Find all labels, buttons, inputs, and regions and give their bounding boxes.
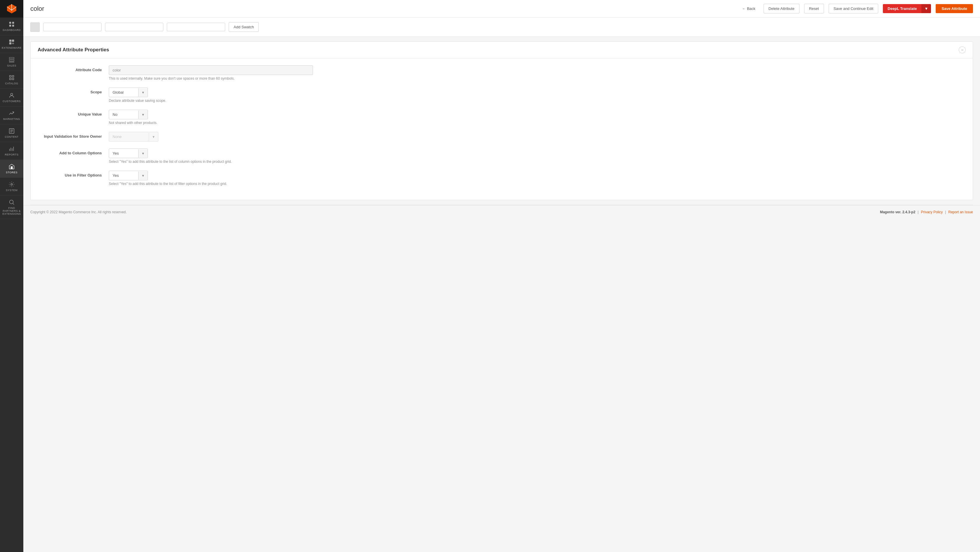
input-validation-control: None Decimal Number Integer Number Email… bbox=[109, 132, 313, 142]
sidebar-item-marketing[interactable]: MARKETING bbox=[0, 107, 23, 124]
attribute-code-control: This is used internally. Make sure you d… bbox=[109, 65, 313, 81]
input-validation-select[interactable]: None Decimal Number Integer Number Email… bbox=[109, 132, 149, 141]
swatch-color-box[interactable] bbox=[30, 22, 40, 32]
advanced-properties-title: Advanced Attribute Properties bbox=[38, 47, 109, 53]
sidebar: DASHBOARD EXTENDWARE SALES CATALOG CUSTO… bbox=[0, 0, 23, 552]
add-to-column-select[interactable]: Yes No bbox=[109, 149, 138, 158]
swatch-row: Add Swatch bbox=[23, 17, 980, 37]
sidebar-item-customers[interactable]: CUSTOMERS bbox=[0, 89, 23, 107]
add-to-column-select-wrap: Yes No ▼ bbox=[109, 148, 148, 158]
footer-separator-2: | bbox=[945, 210, 946, 214]
marketing-label: MARKETING bbox=[3, 118, 20, 121]
add-to-column-label: Add to Column Options bbox=[38, 148, 102, 155]
svg-rect-6 bbox=[10, 42, 11, 45]
sales-label: SALES bbox=[7, 64, 16, 67]
unique-value-row: Unique Value No Yes ▼ Not shared with ot… bbox=[38, 110, 966, 125]
unique-value-select-wrap: No Yes ▼ bbox=[109, 110, 148, 119]
sidebar-item-dashboard[interactable]: DASHBOARD bbox=[0, 17, 23, 35]
swatch-input-group-1 bbox=[30, 22, 40, 32]
save-continue-button[interactable]: Save and Continue Edit bbox=[829, 4, 878, 13]
stores-label: STORES bbox=[6, 171, 18, 174]
scope-hint: Declare attribute value saving scope. bbox=[109, 99, 313, 103]
report-issue-link[interactable]: Report an Issue bbox=[948, 210, 973, 214]
footer: Copyright © 2022 Magento Commerce Inc. A… bbox=[23, 205, 980, 219]
advanced-properties-header[interactable]: Advanced Attribute Properties − bbox=[30, 42, 973, 58]
use-in-filter-row: Use in Filter Options Yes No ▼ Select "Y… bbox=[38, 171, 966, 186]
footer-links: Magento ver. 2.4.3-p2 | Privacy Policy |… bbox=[880, 210, 973, 214]
add-swatch-button[interactable]: Add Swatch bbox=[229, 22, 259, 32]
extendware-label: EXTENDWARE bbox=[2, 46, 22, 49]
scope-select[interactable]: Global Website Store View bbox=[109, 88, 138, 97]
advanced-properties-form: Attribute Code This is used internally. … bbox=[30, 58, 973, 200]
reset-button[interactable]: Reset bbox=[804, 4, 824, 13]
content-area: Add Swatch Advanced Attribute Properties… bbox=[23, 17, 980, 552]
sidebar-item-stores[interactable]: STORES bbox=[0, 160, 23, 178]
content-label: CONTENT bbox=[5, 135, 19, 138]
attribute-code-row: Attribute Code This is used internally. … bbox=[38, 65, 966, 81]
sidebar-item-extendware[interactable]: EXTENDWARE bbox=[0, 35, 23, 53]
use-in-filter-select[interactable]: Yes No bbox=[109, 171, 138, 180]
svg-point-7 bbox=[11, 93, 13, 95]
magento-version-label: Magento ver. 2.4.3-p2 bbox=[880, 210, 915, 214]
scope-row: Scope Global Website Store View ▼ Declar… bbox=[38, 87, 966, 103]
swatch-text-input-1[interactable] bbox=[43, 23, 102, 31]
add-to-column-hint: Select "Yes" to add this attribute to th… bbox=[109, 160, 313, 164]
sidebar-item-find-partners[interactable]: FIND PARTNERS & EXTENSIONS bbox=[0, 196, 23, 219]
use-in-filter-label: Use in Filter Options bbox=[38, 171, 102, 177]
attribute-code-input[interactable] bbox=[109, 65, 313, 75]
svg-point-9 bbox=[11, 183, 13, 185]
footer-separator: | bbox=[918, 210, 918, 214]
svg-rect-4 bbox=[10, 40, 11, 42]
topbar: color ← Back Delete Attribute Reset Save… bbox=[23, 0, 980, 17]
unique-value-select-arrow-icon: ▼ bbox=[138, 111, 148, 119]
svg-rect-1 bbox=[12, 22, 14, 24]
add-to-column-row: Add to Column Options Yes No ▼ Select "Y… bbox=[38, 148, 966, 164]
sidebar-item-reports[interactable]: REPORTS bbox=[0, 142, 23, 160]
scope-label: Scope bbox=[38, 87, 102, 94]
sidebar-item-catalog[interactable]: CATALOG bbox=[0, 71, 23, 89]
catalog-label: CATALOG bbox=[5, 82, 18, 85]
customers-label: CUSTOMERS bbox=[3, 100, 21, 103]
sidebar-item-content[interactable]: CONTENT bbox=[0, 124, 23, 142]
input-validation-select-wrap: None Decimal Number Integer Number Email… bbox=[109, 132, 158, 142]
deepl-translate-group: DeepL Translate ▼ bbox=[883, 4, 931, 13]
swatch-text-input-2[interactable] bbox=[105, 23, 163, 31]
copyright-text: Copyright © 2022 Magento Commerce Inc. A… bbox=[30, 210, 127, 214]
sidebar-item-sales[interactable]: SALES bbox=[0, 53, 23, 71]
scope-select-arrow-icon: ▼ bbox=[138, 88, 148, 97]
svg-rect-0 bbox=[10, 22, 11, 24]
attribute-code-label: Attribute Code bbox=[38, 65, 102, 72]
save-attribute-button[interactable]: Save Attribute bbox=[935, 4, 973, 13]
input-validation-row: Input Validation for Store Owner None De… bbox=[38, 132, 966, 142]
dashboard-label: DASHBOARD bbox=[3, 29, 21, 32]
svg-point-10 bbox=[10, 200, 13, 204]
advanced-properties-section: Advanced Attribute Properties − Attribut… bbox=[30, 41, 973, 200]
use-in-filter-hint: Select "Yes" to add this attribute to th… bbox=[109, 182, 313, 186]
input-validation-label: Input Validation for Store Owner bbox=[38, 132, 102, 138]
privacy-policy-link[interactable]: Privacy Policy bbox=[921, 210, 943, 214]
unique-value-select[interactable]: No Yes bbox=[109, 110, 138, 119]
scope-select-wrap: Global Website Store View ▼ bbox=[109, 87, 148, 97]
use-in-filter-control: Yes No ▼ Select "Yes" to add this attrib… bbox=[109, 171, 313, 186]
unique-value-control: No Yes ▼ Not shared with other products. bbox=[109, 110, 313, 125]
swatch-text-input-3[interactable] bbox=[167, 23, 225, 31]
back-arrow-icon: ← bbox=[742, 6, 746, 11]
sidebar-item-system[interactable]: SYSTEM bbox=[0, 178, 23, 196]
delete-attribute-button[interactable]: Delete Attribute bbox=[764, 4, 799, 13]
use-in-filter-select-arrow-icon: ▼ bbox=[138, 172, 148, 180]
input-validation-select-arrow-icon: ▼ bbox=[149, 133, 158, 141]
deepl-translate-button[interactable]: DeepL Translate bbox=[883, 4, 921, 13]
deepl-translate-dropdown-button[interactable]: ▼ bbox=[921, 4, 931, 13]
add-to-column-control: Yes No ▼ Select "Yes" to add this attrib… bbox=[109, 148, 313, 164]
add-to-column-select-arrow-icon: ▼ bbox=[138, 150, 148, 157]
scope-control: Global Website Store View ▼ Declare attr… bbox=[109, 87, 313, 103]
magento-logo bbox=[0, 0, 23, 17]
reports-label: REPORTS bbox=[5, 153, 19, 156]
main-content: color ← Back Delete Attribute Reset Save… bbox=[23, 0, 980, 552]
back-button[interactable]: ← Back bbox=[738, 4, 759, 13]
find-partners-label: FIND PARTNERS & EXTENSIONS bbox=[1, 207, 22, 215]
svg-rect-5 bbox=[12, 40, 14, 42]
use-in-filter-select-wrap: Yes No ▼ bbox=[109, 171, 148, 180]
section-collapse-icon[interactable]: − bbox=[959, 46, 966, 53]
page-title: color bbox=[30, 5, 45, 13]
